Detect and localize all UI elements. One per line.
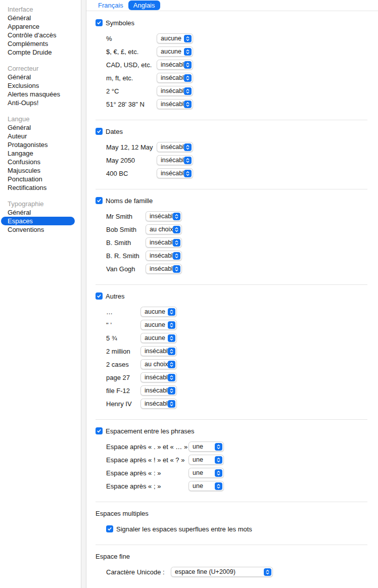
popup-button[interactable]: insécable xyxy=(157,99,193,109)
popup-button[interactable]: insécable xyxy=(146,237,182,248)
popup-button[interactable]: une xyxy=(188,442,224,452)
popup-stepper-icon xyxy=(184,35,192,42)
popup-button[interactable]: espace fine (U+2009) xyxy=(171,567,273,577)
popup-button[interactable]: insécable xyxy=(140,346,177,356)
popup-stepper-icon xyxy=(215,469,222,477)
sidebar-item-confusions[interactable]: Confusions xyxy=(1,158,75,166)
setting-label: May 12, 12 May xyxy=(106,143,157,151)
section-checkbox[interactable] xyxy=(96,19,103,26)
setting-row: Caractère Unicode : espace fine (U+2009) xyxy=(96,565,367,578)
sidebar-group-title: Correcteur xyxy=(0,64,81,73)
sidebar-item-majuscules[interactable]: Majuscules xyxy=(1,166,75,175)
popup-stepper-icon xyxy=(168,361,175,368)
sidebar-item-anti-oups[interactable]: Anti-Oups! xyxy=(1,99,75,107)
popup-selected-value: insécable xyxy=(161,170,184,177)
setting-row: May 12, 12 May insécable xyxy=(96,140,367,154)
section-checkbox[interactable] xyxy=(96,292,103,300)
popup-button[interactable]: aucune xyxy=(157,33,193,43)
sidebar-item-ponctuation[interactable]: Ponctuation xyxy=(1,175,75,183)
popup-stepper-icon xyxy=(184,170,192,177)
popup-selected-value: insécable xyxy=(145,400,168,407)
setting-label: B. Smith xyxy=(106,239,146,247)
popup-button[interactable]: insécable xyxy=(157,142,193,152)
sidebar-group-title: Interface xyxy=(0,5,81,14)
sidebar-item-general[interactable]: Général xyxy=(1,73,75,81)
popup-button[interactable]: une xyxy=(188,481,224,491)
sidebar-item-complements[interactable]: Compléments xyxy=(1,39,75,48)
popup-selected-value: insécable xyxy=(161,143,184,151)
sidebar-item-alertes-masquees[interactable]: Alertes masquées xyxy=(1,90,75,99)
popup-stepper-icon xyxy=(184,48,192,56)
setting-label: Caractère Unicode : xyxy=(106,568,171,576)
setting-label: 5 ¾ xyxy=(106,334,140,342)
section-title: Espaces multiples xyxy=(96,510,149,517)
tab-anglais[interactable]: Anglais xyxy=(128,1,160,10)
section-checkbox[interactable] xyxy=(96,128,103,135)
section-header: Autres xyxy=(96,292,367,300)
popup-button[interactable]: au choix xyxy=(146,224,182,234)
tab-francais[interactable]: Français xyxy=(93,1,128,10)
sidebar-item-langage[interactable]: Langage xyxy=(1,149,75,158)
popup-button[interactable]: au choix xyxy=(140,359,177,369)
sidebar-group-items: GénéralApparenceContrôle d'accèsCompléme… xyxy=(0,14,81,57)
sidebar-item-espaces[interactable]: Espaces xyxy=(1,217,75,225)
sidebar-item-exclusions[interactable]: Exclusions xyxy=(1,81,75,90)
popup-button[interactable]: insécable xyxy=(140,385,177,396)
popup-selected-value: insécable xyxy=(161,87,184,94)
setting-row: Signaler les espaces superflues entre le… xyxy=(96,522,367,535)
setting-label: Espace après « . » et « … » xyxy=(106,443,188,451)
popup-button[interactable]: insécable xyxy=(157,73,193,83)
section-rows: Mr Smith insécable Bob Smith au choix B.… xyxy=(96,210,367,275)
sidebar-item-auteur[interactable]: Auteur xyxy=(1,132,75,140)
popup-selected-value: insécable xyxy=(161,157,184,164)
popup-stepper-icon xyxy=(184,61,192,69)
sidebar-item-controle-d-acces[interactable]: Contrôle d'accès xyxy=(1,31,75,39)
setting-label: 2 million xyxy=(106,348,140,355)
popup-stepper-icon xyxy=(215,443,222,451)
setting-label: 400 BC xyxy=(106,170,157,177)
popup-button[interactable]: une xyxy=(188,468,224,478)
sidebar-item-protagonistes[interactable]: Protagonistes xyxy=(1,140,75,149)
sidebar-item-general[interactable]: Général xyxy=(1,208,75,217)
popup-button[interactable]: insécable xyxy=(157,60,193,70)
popup-stepper-icon xyxy=(168,400,175,408)
popup-button[interactable]: insécable xyxy=(146,211,182,221)
section-checkbox[interactable] xyxy=(96,197,103,204)
sidebar-item-general[interactable]: Général xyxy=(1,14,75,22)
popup-button[interactable]: insécable xyxy=(157,86,193,96)
setting-row: " ’ aucune xyxy=(96,318,367,331)
popup-button[interactable]: une xyxy=(188,455,224,465)
popup-button[interactable]: aucune xyxy=(157,46,193,57)
popup-button[interactable]: aucune xyxy=(140,320,177,330)
setting-label: Espace après « ; » xyxy=(106,482,188,490)
sidebar-item-compte-druide[interactable]: Compte Druide xyxy=(1,48,75,57)
sidebar-item-apparence[interactable]: Apparence xyxy=(1,22,75,31)
section-checkbox[interactable] xyxy=(96,427,103,434)
sidebar-group-interface: Interface GénéralApparenceContrôle d'acc… xyxy=(0,5,81,57)
section-title: Espacement entre les phrases xyxy=(106,427,195,435)
sidebar-item-rectifications[interactable]: Rectifications xyxy=(1,183,75,192)
popup-button[interactable]: insécable xyxy=(146,264,182,274)
popup-selected-value: au choix xyxy=(145,361,168,368)
popup-button[interactable]: insécable xyxy=(157,168,193,178)
popup-button[interactable]: insécable xyxy=(140,372,177,382)
popup-button[interactable]: insécable xyxy=(140,399,177,409)
sidebar-item-general[interactable]: Général xyxy=(1,123,75,132)
popup-selected-value: aucune xyxy=(145,308,165,315)
popup-stepper-icon xyxy=(184,143,192,151)
section-header: Espace fine xyxy=(96,552,367,560)
setting-label: % xyxy=(106,35,157,42)
setting-label: Henry IV xyxy=(106,400,140,408)
popup-button[interactable]: insécable xyxy=(157,155,193,165)
sidebar-group-correcteur: Correcteur GénéralExclusionsAlertes masq… xyxy=(0,64,81,107)
sidebar-item-conventions[interactable]: Conventions xyxy=(1,225,75,234)
row-checkbox[interactable] xyxy=(106,525,113,532)
checkmark-icon xyxy=(107,526,112,531)
section-multiple-spaces: Espaces multiples Signaler les espaces s… xyxy=(96,502,367,545)
sidebar: Interface GénéralApparenceContrôle d'acc… xyxy=(0,0,81,588)
popup-button[interactable]: aucune xyxy=(140,307,177,317)
popup-button[interactable]: aucune xyxy=(140,333,177,343)
checkmark-icon xyxy=(97,20,102,25)
sidebar-divider[interactable] xyxy=(81,0,86,588)
popup-button[interactable]: insécable xyxy=(146,251,182,261)
